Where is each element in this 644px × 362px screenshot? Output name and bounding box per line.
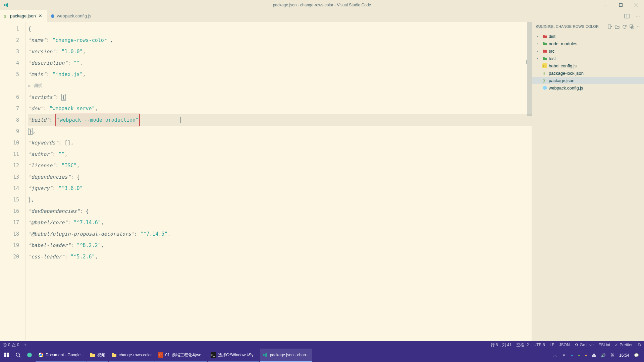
encoding[interactable]: UTF-8 [534, 343, 545, 347]
svg-rect-23 [4, 355, 6, 357]
close-icon[interactable]: ✕ [38, 13, 43, 19]
indentation[interactable]: 空格: 2 [516, 342, 529, 348]
taskbar-item[interactable] [1, 349, 12, 362]
split-editor-icon[interactable] [623, 12, 631, 20]
more-icon[interactable]: ⋯ [637, 24, 641, 29]
taskbar-item[interactable]: Document - Google... [36, 349, 87, 362]
code-line[interactable]: "css-loader": "^5.2.6", [28, 251, 532, 262]
svg-point-27 [27, 353, 32, 357]
taskbar-item[interactable] [24, 349, 35, 362]
maximize-button[interactable] [613, 0, 629, 10]
code-line[interactable]: }, [28, 194, 532, 205]
svg-point-25 [16, 353, 19, 356]
code-line[interactable]: "scripts": { [28, 92, 532, 103]
svg-text:{}: {} [4, 14, 6, 18]
tree-folder[interactable]: ›node_modules [532, 40, 644, 47]
window-title: package.json - change-rows-color - Visua… [0, 3, 644, 7]
tray-volume-icon[interactable]: 🔊 [600, 353, 607, 358]
taskbar-item[interactable]: >_选择C:\Windows\Sy... [208, 349, 259, 362]
notifications-icon[interactable] [637, 343, 641, 347]
code-line[interactable]: "jquery": "^3.6.0" [28, 183, 532, 194]
tray-app-icon[interactable]: ● [577, 353, 581, 358]
tray-ime[interactable]: 英 [609, 353, 615, 358]
code-line[interactable]: "main": "index.js", [28, 69, 532, 80]
tree-folder[interactable]: ›dist [532, 33, 644, 40]
tray-weather-icon[interactable]: ☀ [561, 353, 567, 358]
tab-label: package.json [10, 13, 36, 18]
tree-file[interactable]: webpack.config.js [532, 84, 644, 92]
new-file-icon[interactable] [607, 24, 612, 29]
tree-file[interactable]: {}package-lock.json [532, 69, 644, 77]
code-line[interactable]: "license": "ISC", [28, 160, 532, 171]
errors-item[interactable]: 0 0 [3, 343, 19, 347]
tray-app-icon[interactable]: ● [570, 353, 574, 358]
taskbar-item[interactable]: package.json - chan... [260, 349, 312, 362]
explorer-sidebar: 资源管理器: CHANGE-ROWS-COLOR ⋯ ›dist›node_mo… [532, 22, 644, 341]
tab-package-json[interactable]: {} package.json ✕ [0, 10, 47, 22]
js-icon [50, 14, 55, 18]
code-content[interactable]: { "name": "change-rows-color", "version"… [25, 22, 532, 341]
code-line[interactable]: "dependencies": { [28, 171, 532, 183]
code-line[interactable]: "devDependencies": { [28, 205, 532, 217]
tree-folder[interactable]: ›test [532, 55, 644, 62]
tree-file[interactable]: Bbabel.config.js [532, 62, 644, 69]
tray-app-icon[interactable]: ● [584, 353, 588, 358]
code-editor[interactable]: 1234567891011121314151617181920 { "name"… [0, 22, 532, 341]
code-line[interactable]: "babel-loader": "^8.2.2", [28, 240, 532, 251]
status-bar: 0 0 行 8，列 41 空格: 2 UTF-8 LF JSON Go Live… [0, 341, 644, 349]
tray-clock[interactable]: 16:54 [618, 353, 630, 358]
taskbar-item[interactable]: 视频 [87, 349, 108, 362]
eol[interactable]: LF [550, 343, 554, 347]
svg-rect-1 [620, 4, 623, 7]
debug-codelens[interactable]: ▷ 调试 [28, 80, 532, 92]
code-line[interactable]: "build": "webpack --mode production" [28, 114, 532, 126]
code-line[interactable]: "description": "", [28, 57, 532, 69]
json-icon: {} [3, 14, 8, 18]
go-live[interactable]: Go Live [575, 343, 594, 347]
eslint[interactable]: ESLint [598, 343, 610, 347]
code-line[interactable]: { [28, 23, 532, 35]
refresh-icon[interactable] [622, 24, 627, 29]
tree-file[interactable]: {}package.json [532, 77, 644, 84]
code-line[interactable]: "keywords": [], [28, 137, 532, 148]
line-numbers: 1234567891011121314151617181920 [0, 22, 25, 341]
taskbar-item[interactable] [13, 349, 23, 362]
vscode-icon [3, 2, 9, 8]
new-folder-icon[interactable] [615, 24, 620, 29]
prettier[interactable]: ✓ Prettier [615, 343, 633, 347]
tab-label: webpack.config.js [57, 13, 92, 18]
vertical-scrollbar[interactable] [527, 22, 532, 116]
code-line[interactable]: "name": "change-rows-color", [28, 35, 532, 46]
taskbar-item[interactable]: change-rows-color [109, 349, 155, 362]
tray-notifications-icon[interactable]: 💬 [633, 353, 640, 358]
cursor-position[interactable]: 行 8，列 41 [491, 342, 512, 348]
tray-chevron-icon[interactable]: ︿ [552, 353, 558, 358]
more-actions-icon[interactable]: ⋯ [634, 12, 641, 20]
code-line[interactable]: "@babel/core": "^7.14.6", [28, 217, 532, 228]
svg-text:{}: {} [543, 79, 545, 82]
code-line[interactable]: "dev": "webpack serve", [28, 103, 532, 114]
svg-point-5 [51, 14, 54, 18]
svg-point-20 [576, 344, 578, 346]
windows-taskbar: Document - Google...视频change-rows-colorP… [0, 349, 644, 362]
code-line[interactable]: "@babel/plugin-proposal-decorators": "^7… [28, 228, 532, 240]
taskbar-item[interactable]: P01_前端工程化与we... [155, 349, 207, 362]
debug-icon[interactable] [23, 343, 27, 347]
collapse-all-icon[interactable] [630, 24, 634, 29]
svg-text:>_: >_ [211, 353, 215, 357]
minimap-indicator: T [525, 59, 528, 65]
tab-webpack-config[interactable]: webpack.config.js ✕ [47, 10, 103, 22]
svg-rect-8 [608, 25, 611, 29]
sidebar-title: 资源管理器: CHANGE-ROWS-COLOR [535, 24, 607, 29]
tray-network-icon[interactable]: 🖧 [591, 353, 597, 358]
close-button[interactable] [629, 0, 644, 10]
language-mode[interactable]: JSON [559, 343, 570, 347]
code-line[interactable]: "version": "1.0.0", [28, 46, 532, 57]
svg-text:B: B [543, 64, 545, 68]
minimize-button[interactable] [598, 0, 613, 10]
code-line[interactable]: }, [28, 126, 532, 137]
file-tree: ›dist›node_modules›src›testBbabel.config… [532, 31, 644, 93]
code-line[interactable]: "author": "", [28, 148, 532, 160]
svg-line-26 [19, 356, 20, 357]
tree-folder[interactable]: ›src [532, 47, 644, 55]
